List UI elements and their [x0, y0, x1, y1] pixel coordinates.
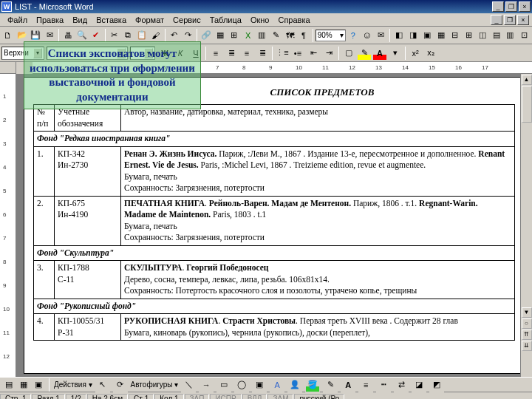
3d-icon[interactable]: ◩: [429, 378, 444, 392]
doc-restore-button[interactable]: ❐: [504, 15, 516, 25]
arrow-style-icon[interactable]: ⇄: [394, 378, 409, 392]
tool-j-icon[interactable]: ⊡: [517, 28, 531, 43]
tables-borders-icon[interactable]: ▦: [214, 28, 227, 43]
vertical-ruler[interactable]: 123456789101112: [0, 74, 16, 377]
align-right-icon[interactable]: ≡: [239, 46, 254, 61]
tool-c-icon[interactable]: ▣: [420, 28, 434, 43]
show-marks-icon[interactable]: ¶: [297, 28, 310, 43]
oval-icon[interactable]: ◯: [234, 378, 249, 392]
tool-f-icon[interactable]: ⊞: [462, 28, 475, 43]
subscript-icon[interactable]: x₂: [423, 46, 438, 61]
copy-icon[interactable]: ⧉: [121, 28, 134, 43]
tool-e-icon[interactable]: ⊟: [448, 28, 461, 43]
table-row: 1. КП-342 Ин-2730 Ренан Э. Жизнь Иисуса.…: [34, 146, 515, 196]
excel-icon[interactable]: X: [242, 28, 255, 43]
rotate-icon[interactable]: ⟳: [113, 378, 128, 392]
superscript-icon[interactable]: x²: [408, 46, 423, 61]
menu-help[interactable]: Справка: [273, 15, 314, 25]
dash-style-icon[interactable]: ┅: [376, 378, 391, 392]
next-page-icon[interactable]: ⇊: [522, 341, 532, 351]
document-page[interactable]: СПИСОК ПРЕДМЕТОВ № п/п Учетные обозначен…: [24, 77, 525, 374]
insert-table-icon[interactable]: ⊞: [228, 28, 241, 43]
overlay-note: Списки экспонатов могут использоваться п…: [24, 41, 201, 109]
help-icon[interactable]: ?: [347, 28, 360, 43]
textbox-icon[interactable]: ▣: [252, 378, 267, 392]
autoshapes-menu[interactable]: Автофигуры ▾: [131, 381, 179, 389]
align-center-icon[interactable]: ≣: [224, 46, 239, 61]
justify-icon[interactable]: ≣: [255, 46, 270, 61]
redo-icon[interactable]: ↷: [182, 28, 195, 43]
menu-insert[interactable]: Вставка: [92, 15, 131, 25]
tool-a-icon[interactable]: ◧: [392, 28, 406, 43]
tool-h-icon[interactable]: ▤: [490, 28, 503, 43]
doc-close-button[interactable]: ×: [517, 15, 529, 25]
outdent-icon[interactable]: ⇤: [306, 46, 321, 61]
format-painter-icon[interactable]: 🖌: [149, 28, 163, 43]
status-rec: ЗАП: [185, 394, 210, 400]
line-color-icon[interactable]: ✎: [323, 378, 338, 392]
new-doc-icon[interactable]: 🗋: [1, 28, 15, 43]
indent-icon[interactable]: ⇥: [321, 46, 336, 61]
open-icon[interactable]: 📂: [16, 28, 29, 43]
tool-i-icon[interactable]: ▥: [504, 28, 517, 43]
title-bar: W LIST - Microsoft Word _ ❐ ×: [0, 0, 532, 13]
rect-icon[interactable]: ▭: [216, 378, 231, 392]
line-icon[interactable]: ＼: [181, 378, 196, 392]
minimize-button[interactable]: _: [492, 1, 504, 12]
select-arrow-icon[interactable]: ↖: [95, 378, 110, 392]
drawing-icon[interactable]: ✎: [269, 28, 282, 43]
align-left-icon[interactable]: ≡: [208, 46, 223, 61]
doc-minimize-button[interactable]: _: [491, 15, 502, 25]
close-button[interactable]: ×: [519, 1, 531, 12]
line-style-icon[interactable]: ≡: [358, 378, 373, 392]
chevron-down-icon[interactable]: ▾: [388, 46, 403, 61]
status-trk: ИСПР: [210, 394, 241, 400]
hyperlink-icon[interactable]: 🔗: [200, 28, 213, 43]
borders-icon[interactable]: ▢: [341, 46, 356, 61]
highlight-icon[interactable]: ✎: [357, 46, 372, 61]
bullets-icon[interactable]: •≡: [290, 46, 305, 61]
font-fill-icon[interactable]: A: [341, 378, 355, 392]
smiley-icon[interactable]: ☺: [361, 28, 374, 43]
clipart-icon[interactable]: 👤: [287, 378, 302, 392]
view-normal-icon[interactable]: ▤: [3, 379, 15, 391]
menu-table[interactable]: Таблица: [205, 15, 246, 25]
scroll-up-icon[interactable]: ▲: [522, 75, 532, 85]
undo-icon[interactable]: ↶: [168, 28, 181, 43]
save-icon[interactable]: 💾: [30, 28, 43, 43]
docmap-icon[interactable]: 🗺: [283, 28, 296, 43]
fill-color-icon[interactable]: 🪣: [305, 378, 320, 392]
zoom-combo[interactable]: 90%▾: [316, 30, 346, 41]
browse-object-icon[interactable]: ○: [522, 318, 532, 329]
wordart-icon[interactable]: A: [270, 378, 284, 392]
scroll-down-icon[interactable]: ▼: [522, 307, 532, 318]
columns-icon[interactable]: ▥: [256, 28, 269, 43]
numbering-icon[interactable]: ⋮≡: [275, 46, 290, 61]
draw-actions-menu[interactable]: Действия ▾: [54, 381, 92, 389]
envelope-icon[interactable]: ✉: [374, 28, 387, 43]
shadow-icon[interactable]: ◪: [412, 378, 426, 392]
arrow-icon[interactable]: →: [199, 378, 214, 392]
mail-icon[interactable]: ✉: [43, 28, 56, 43]
vertical-scrollbar[interactable]: ▲ ▼ ○ ⇈ ⇊: [520, 74, 532, 377]
view-layout-icon[interactable]: ▦: [18, 379, 30, 391]
view-outline-icon[interactable]: ▣: [33, 379, 44, 391]
font-color-icon[interactable]: A: [372, 46, 387, 61]
menu-file[interactable]: Файл: [3, 15, 32, 25]
menu-view[interactable]: Вид: [68, 15, 92, 25]
menu-window[interactable]: Окно: [246, 15, 274, 25]
tool-d-icon[interactable]: ▦: [434, 28, 448, 43]
spellcheck-icon[interactable]: ✔: [89, 28, 103, 43]
restore-button[interactable]: ❐: [505, 1, 517, 12]
menu-tools[interactable]: Сервис: [168, 15, 205, 25]
scroll-thumb[interactable]: [522, 86, 532, 123]
preview-icon[interactable]: 🔍: [75, 28, 89, 43]
menu-edit[interactable]: Правка: [32, 15, 68, 25]
menu-format[interactable]: Формат: [131, 15, 168, 25]
prev-page-icon[interactable]: ⇈: [522, 330, 532, 340]
print-icon[interactable]: 🖶: [61, 28, 75, 43]
cut-icon[interactable]: ✂: [108, 28, 121, 43]
tool-g-icon[interactable]: ◫: [476, 28, 489, 43]
tool-b-icon[interactable]: ◨: [406, 28, 420, 43]
paste-icon[interactable]: 📋: [135, 28, 149, 43]
